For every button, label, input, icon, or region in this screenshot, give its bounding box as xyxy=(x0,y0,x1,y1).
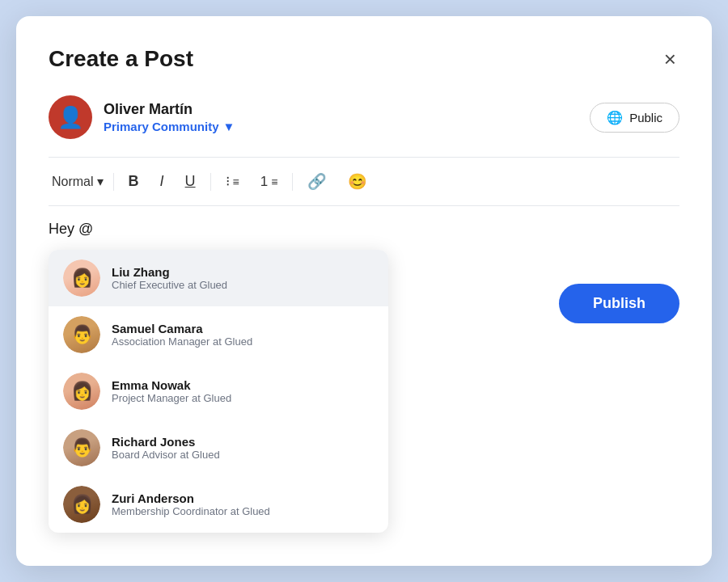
toolbar-divider-1 xyxy=(113,173,114,191)
author-details: Oliver Martín Primary Community ▼ xyxy=(104,101,235,133)
community-label: Primary Community xyxy=(104,120,219,133)
content-area: Hey @ 👩 Liu Zhang Chief Executive at Glu… xyxy=(49,221,679,269)
toolbar-divider-3 xyxy=(292,173,293,191)
ordered-list-button[interactable]: 1 ≡ xyxy=(252,169,286,195)
mention-name-zuri-anderson: Zuri Anderson xyxy=(112,491,270,505)
avatar-icon: 👤 xyxy=(57,107,83,128)
bullet-list-button[interactable]: ⁝ ≡ xyxy=(218,168,248,195)
mention-avatar-samuel-camara: 👨 xyxy=(63,316,100,353)
globe-icon: 🌐 xyxy=(607,110,623,125)
mention-item-emma-nowak[interactable]: 👩 Emma Nowak Project Manager at Glued xyxy=(49,363,388,420)
mention-avatar-emma-nowak: 👩 xyxy=(63,373,100,410)
bullet-list-lines: ≡ xyxy=(233,175,239,188)
chevron-down-icon: ▼ xyxy=(223,120,235,133)
text-style-label: Normal xyxy=(52,175,94,189)
toolbar-divider-2 xyxy=(210,173,211,191)
publish-button[interactable]: Publish xyxy=(559,284,679,323)
bullet-list-icon: ⁝ xyxy=(226,173,230,190)
visibility-button[interactable]: 🌐 Public xyxy=(590,103,679,133)
post-text[interactable]: Hey @ xyxy=(49,221,679,238)
emma-nowak-avatar-icon: 👩 xyxy=(71,382,93,400)
ordered-list-lines: ≡ xyxy=(271,175,277,188)
author-row: 👤 Oliver Martín Primary Community ▼ 🌐 Pu… xyxy=(49,95,679,139)
modal-title: Create a Post xyxy=(49,46,193,72)
mention-name-samuel-camara: Samuel Camara xyxy=(112,322,252,335)
mention-info-emma-nowak: Emma Nowak Project Manager at Glued xyxy=(112,378,231,404)
liu-zhang-avatar-icon: 👩 xyxy=(71,269,93,287)
mention-dropdown: 👩 Liu Zhang Chief Executive at Glued 👨 S… xyxy=(49,250,388,533)
link-icon: 🔗 xyxy=(307,172,327,191)
mention-info-richard-jones: Richard Jones Board Advisor at Glued xyxy=(112,435,220,461)
mention-title-emma-nowak: Project Manager at Glued xyxy=(112,392,231,404)
formatting-toolbar: Normal ▾ B I U ⁝ ≡ 1 ≡ 🔗 😊 xyxy=(49,157,679,206)
link-button[interactable]: 🔗 xyxy=(299,167,335,196)
samuel-camara-avatar-icon: 👨 xyxy=(71,326,93,344)
mention-info-zuri-anderson: Zuri Anderson Membership Coordinator at … xyxy=(112,491,270,517)
mention-title-richard-jones: Board Advisor at Glued xyxy=(112,449,220,461)
mention-title-liu-zhang: Chief Executive at Glued xyxy=(112,279,227,291)
mention-title-zuri-anderson: Membership Coordinator at Glued xyxy=(112,505,270,517)
emoji-icon: 😊 xyxy=(348,172,367,191)
mention-name-liu-zhang: Liu Zhang xyxy=(112,265,227,279)
create-post-modal: Create a Post × 👤 Oliver Martín Primary … xyxy=(16,16,712,566)
bold-icon: B xyxy=(129,173,139,190)
text-style-dropdown[interactable]: Normal ▾ xyxy=(49,169,107,194)
modal-header: Create a Post × xyxy=(49,45,679,73)
bold-button[interactable]: B xyxy=(121,168,147,195)
italic-icon: I xyxy=(160,173,164,190)
avatar: 👤 xyxy=(49,95,92,139)
mention-name-emma-nowak: Emma Nowak xyxy=(112,378,231,392)
mention-avatar-richard-jones: 👨 xyxy=(63,429,100,466)
italic-button[interactable]: I xyxy=(152,168,172,195)
mention-name-richard-jones: Richard Jones xyxy=(112,435,220,449)
author-name: Oliver Martín xyxy=(104,101,235,118)
mention-item-richard-jones[interactable]: 👨 Richard Jones Board Advisor at Glued xyxy=(49,420,388,476)
close-button[interactable]: × xyxy=(661,45,679,73)
dropdown-arrow-icon: ▾ xyxy=(97,174,104,189)
mention-title-samuel-camara: Association Manager at Glued xyxy=(112,335,252,348)
mention-item-zuri-anderson[interactable]: 👩 Zuri Anderson Membership Coordinator a… xyxy=(49,476,388,533)
mention-info-liu-zhang: Liu Zhang Chief Executive at Glued xyxy=(112,265,227,291)
visibility-label: Public xyxy=(629,111,662,124)
underline-button[interactable]: U xyxy=(177,168,204,195)
mention-info-samuel-camara: Samuel Camara Association Manager at Glu… xyxy=(112,322,252,348)
underline-icon: U xyxy=(185,173,196,190)
mention-avatar-zuri-anderson: 👩 xyxy=(63,486,100,523)
mention-item-liu-zhang[interactable]: 👩 Liu Zhang Chief Executive at Glued xyxy=(49,250,388,306)
author-info: 👤 Oliver Martín Primary Community ▼ xyxy=(49,95,235,139)
mention-item-samuel-camara[interactable]: 👨 Samuel Camara Association Manager at G… xyxy=(49,306,388,363)
emoji-button[interactable]: 😊 xyxy=(340,167,375,196)
ordered-list-icon: 1 xyxy=(260,174,268,190)
mention-avatar-liu-zhang: 👩 xyxy=(63,259,100,297)
community-selector-button[interactable]: Primary Community ▼ xyxy=(104,120,235,133)
richard-jones-avatar-icon: 👨 xyxy=(71,439,93,457)
zuri-anderson-avatar-icon: 👩 xyxy=(71,496,93,513)
